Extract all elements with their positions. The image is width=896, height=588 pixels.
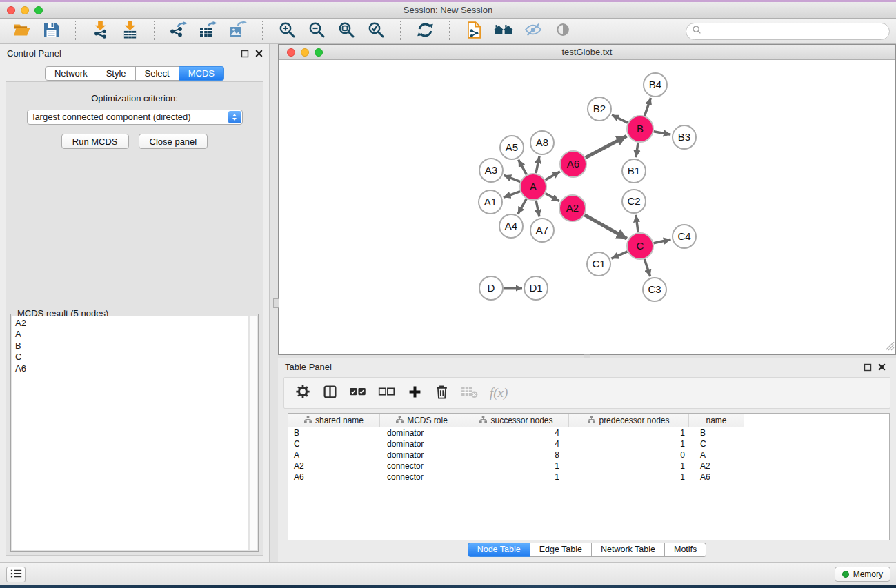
mcds-result-item[interactable]: A2 (12, 316, 248, 329)
tab-select[interactable]: Select (136, 66, 179, 81)
tab-node-table[interactable]: Node Table (468, 543, 530, 557)
table-cell[interactable]: connector (380, 472, 464, 483)
table-cell[interactable]: B (689, 427, 744, 438)
node-D1[interactable]: D1 (524, 276, 548, 300)
table-row[interactable]: A2connector11A2 (288, 460, 889, 472)
task-history-button[interactable] (6, 567, 26, 582)
table-cell[interactable]: B (288, 427, 380, 438)
node-D[interactable]: D (479, 276, 503, 300)
zoom-out-button[interactable] (306, 21, 327, 41)
node-B1[interactable]: B1 (622, 159, 646, 183)
float-panel-icon[interactable] (240, 49, 249, 58)
vertical-splitter-handle[interactable] (273, 298, 279, 308)
save-session-button[interactable] (41, 21, 61, 41)
node-C2[interactable]: C2 (622, 190, 646, 213)
column-header-MCDS-role[interactable]: MCDS role (380, 414, 464, 427)
edge-C-C2[interactable] (636, 215, 639, 232)
table-settings-button[interactable] (295, 384, 310, 402)
node-A5[interactable]: A5 (500, 136, 524, 159)
export-network-button[interactable] (168, 21, 189, 41)
result-list-scrollbar[interactable] (249, 316, 257, 550)
mcds-result-list[interactable]: A2ABCA6 (12, 316, 248, 550)
edge-C-C4[interactable] (654, 239, 671, 243)
mcds-result-item[interactable]: A6 (12, 363, 248, 374)
float-table-panel-icon[interactable] (863, 363, 872, 372)
refresh-button[interactable] (415, 21, 435, 41)
node-B4[interactable]: B4 (644, 73, 667, 97)
column-header-predecessor-nodes[interactable]: predecessor nodes (569, 414, 689, 427)
edge-A-A4[interactable] (518, 199, 526, 214)
network-zoom-button[interactable] (315, 48, 323, 57)
select-all-button[interactable] (349, 384, 366, 402)
node-C1[interactable]: C1 (587, 252, 610, 276)
column-header-shared-name[interactable]: shared name (288, 414, 380, 427)
node-A[interactable]: A (520, 174, 546, 200)
deselect-all-button[interactable] (378, 384, 395, 402)
table-cell[interactable]: 8 (464, 449, 569, 460)
zoom-selected-button[interactable] (366, 21, 386, 41)
network-canvas[interactable]: B4B2BB3B1C2A5A8A3A6AA1A2A4A7CC4C1C3DD1 (279, 60, 895, 354)
table-cell[interactable]: 1 (569, 472, 689, 483)
table-cell[interactable]: 1 (464, 460, 569, 472)
close-panel-button[interactable]: Close panel (139, 134, 208, 149)
edge-A-A8[interactable] (536, 156, 539, 174)
network-close-button[interactable] (287, 48, 295, 57)
edge-B-B3[interactable] (654, 132, 671, 135)
mcds-result-item[interactable]: B (12, 341, 248, 352)
node-A3[interactable]: A3 (479, 159, 503, 182)
node-C4[interactable]: C4 (673, 225, 696, 248)
import-network-button[interactable] (90, 21, 110, 41)
table-cell[interactable]: dominator (380, 449, 464, 460)
table-cell[interactable]: A2 (689, 460, 744, 472)
table-cell[interactable]: C (288, 438, 380, 449)
optimization-criterion-dropdown[interactable]: largest connected component (directed) (27, 110, 243, 125)
node-B3[interactable]: B3 (673, 125, 696, 149)
table-row[interactable]: Bdominator41B (288, 427, 889, 438)
node-A7[interactable]: A7 (530, 219, 554, 242)
table-cell[interactable]: 0 (569, 449, 689, 460)
open-session-button[interactable] (11, 21, 32, 41)
create-column-button[interactable] (407, 384, 422, 402)
delete-column-button[interactable] (434, 384, 449, 402)
close-table-panel-icon[interactable] (877, 363, 886, 372)
node-B2[interactable]: B2 (588, 97, 611, 121)
mcds-result-item[interactable]: C (12, 352, 248, 363)
node-C[interactable]: C (627, 233, 653, 259)
edge-B-B4[interactable] (645, 98, 651, 116)
edge-A6-B[interactable] (586, 136, 627, 157)
column-header-successor-nodes[interactable]: successor nodes (464, 414, 569, 427)
edge-A-A2[interactable] (546, 194, 559, 201)
table-cell[interactable]: A6 (689, 472, 744, 483)
table-cell[interactable]: 4 (464, 438, 569, 449)
edge-B-B1[interactable] (636, 143, 638, 157)
import-table-button[interactable] (119, 21, 140, 41)
show-details-button[interactable] (552, 21, 573, 41)
node-A6[interactable]: A6 (560, 151, 586, 177)
edge-A-A1[interactable] (504, 192, 520, 198)
memory-button[interactable]: Memory (835, 567, 890, 582)
search-input[interactable] (702, 25, 889, 39)
close-panel-icon[interactable] (255, 49, 263, 58)
table-cell[interactable]: A (288, 449, 380, 460)
table-cell[interactable]: A2 (288, 460, 380, 472)
mcds-result-item[interactable]: A (12, 329, 248, 340)
table-cell[interactable]: dominator (380, 438, 464, 449)
edge-C-C3[interactable] (644, 259, 650, 276)
home-button[interactable] (493, 21, 514, 41)
edge-A-A5[interactable] (519, 160, 527, 175)
hide-details-button[interactable] (523, 21, 544, 41)
show-columns-button[interactable] (322, 384, 337, 402)
zoom-fit-button[interactable] (336, 21, 357, 41)
table-cell[interactable]: A6 (288, 472, 380, 483)
table-cell[interactable]: A (689, 449, 744, 460)
node-A4[interactable]: A4 (499, 214, 523, 238)
tab-network[interactable]: Network (45, 66, 97, 81)
table-row[interactable]: A6connector11A6 (288, 472, 889, 483)
node-A1[interactable]: A1 (479, 190, 502, 214)
export-table-button[interactable] (198, 21, 219, 41)
node-C3[interactable]: C3 (643, 278, 666, 301)
run-mcds-button[interactable]: Run MCDS (61, 134, 129, 149)
tab-motifs[interactable]: Motifs (665, 543, 706, 557)
edge-A-A6[interactable] (545, 172, 559, 180)
table-cell[interactable]: 1 (569, 438, 689, 449)
